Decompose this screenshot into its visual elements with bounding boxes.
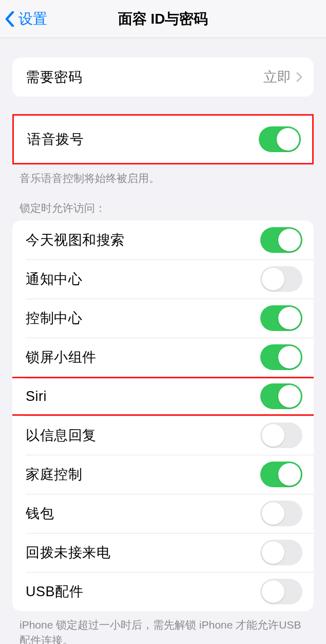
- voice-dial-footer: 音乐语音控制将始终被启用。: [0, 164, 326, 186]
- access-toggle-3[interactable]: [260, 344, 302, 370]
- access-row-5: 以信息回复: [12, 416, 314, 455]
- require-passcode-value: 立即: [263, 68, 291, 86]
- access-row-1: 通知中心: [12, 260, 314, 299]
- access-toggle-9[interactable]: [260, 579, 302, 604]
- access-toggle-0[interactable]: [260, 227, 302, 253]
- require-passcode-row[interactable]: 需要密码 立即: [12, 58, 314, 97]
- access-toggle-8[interactable]: [260, 540, 302, 565]
- access-toggle-1[interactable]: [260, 266, 302, 292]
- access-toggle-6[interactable]: [260, 462, 302, 487]
- access-row-label: Siri: [26, 389, 47, 404]
- voice-dial-label: 语音拨号: [27, 130, 84, 149]
- access-row-6: 家庭控制: [12, 455, 314, 494]
- access-row-4: Siri: [12, 377, 314, 416]
- voice-dial-group: 语音拨号: [12, 114, 314, 164]
- access-row-9: USB配件: [12, 572, 314, 611]
- access-row-2: 控制中心: [12, 299, 314, 338]
- access-row-3: 锁屏小组件: [12, 338, 314, 377]
- nav-bar: 设置 面容 ID与密码: [0, 0, 326, 38]
- access-row-label: 通知中心: [26, 270, 82, 288]
- access-toggle-2[interactable]: [260, 305, 302, 331]
- access-row-0: 今天视图和搜索: [12, 220, 314, 260]
- voice-dial-row: 语音拨号: [14, 116, 312, 163]
- back-label: 设置: [18, 9, 47, 29]
- access-row-label: 钱包: [26, 504, 54, 523]
- access-row-label: USB配件: [26, 582, 83, 601]
- access-list: 今天视图和搜索通知中心控制中心锁屏小组件Siri以信息回复家庭控制钱包回拨未接来…: [12, 220, 314, 611]
- access-row-label: 控制中心: [26, 309, 82, 327]
- access-row-label: 家庭控制: [26, 465, 82, 484]
- access-header: 锁定时允许访问：: [0, 201, 326, 220]
- access-toggle-7[interactable]: [260, 501, 302, 526]
- require-passcode-label: 需要密码: [26, 68, 82, 86]
- access-toggle-4[interactable]: [260, 383, 302, 409]
- access-row-7: 钱包: [12, 494, 314, 533]
- access-row-label: 今天视图和搜索: [26, 231, 125, 249]
- chevron-left-icon: [5, 11, 14, 27]
- voice-dial-toggle[interactable]: [259, 126, 301, 152]
- access-toggle-5[interactable]: [260, 422, 302, 448]
- access-row-label: 回拨未接来电: [26, 543, 110, 562]
- access-row-label: 锁屏小组件: [26, 348, 97, 366]
- back-button[interactable]: 设置: [0, 9, 47, 29]
- chevron-right-icon: [296, 72, 302, 82]
- usb-footer: iPhone 锁定超过一小时后，需先解锁 iPhone 才能允许USB 配件连接…: [0, 611, 326, 644]
- access-row-label: 以信息回复: [26, 426, 97, 445]
- access-row-8: 回拨未接来电: [12, 533, 314, 572]
- page-title: 面容 ID与密码: [0, 9, 326, 29]
- require-passcode-group: 需要密码 立即: [12, 58, 314, 97]
